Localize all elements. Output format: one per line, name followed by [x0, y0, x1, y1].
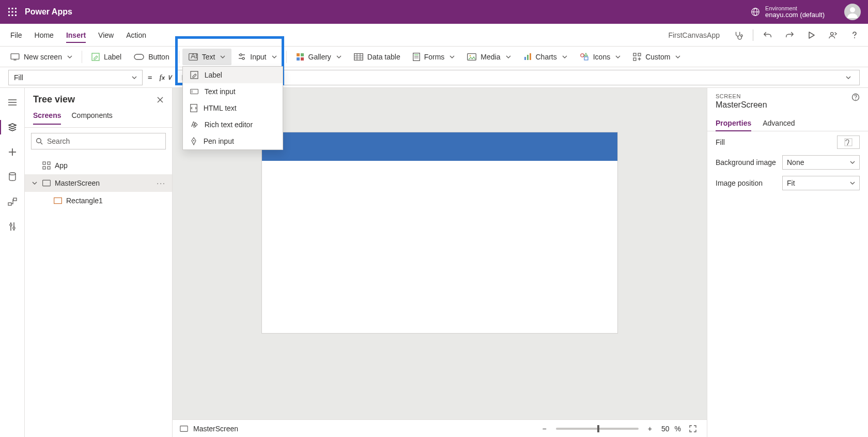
search-icon: [36, 138, 43, 145]
zoom-in-button[interactable]: +: [644, 423, 656, 435]
text-input-icon: [190, 88, 198, 95]
tree-item-masterscreen[interactable]: MasterScreen ···: [25, 174, 172, 192]
separator: [753, 29, 753, 41]
insert-button-text: Button: [148, 53, 169, 61]
dropdown-item-rich-text[interactable]: A Rich text editor: [183, 116, 283, 133]
undo-button[interactable]: [758, 26, 777, 44]
app-launcher-button[interactable]: [0, 0, 25, 24]
status-bar: MasterScreen − + 50 %: [173, 419, 707, 437]
insert-ribbon: New screen Label Button Abc Text Input G…: [0, 47, 868, 67]
insert-text-dropdown[interactable]: Abc Text: [182, 49, 232, 65]
chevron-down-icon: [675, 54, 680, 59]
svg-point-12: [850, 7, 855, 12]
menu-home[interactable]: Home: [28, 24, 60, 46]
tree-search-input[interactable]: Search: [31, 133, 166, 149]
rail-tree-view[interactable]: [2, 117, 23, 138]
expand-icon: [689, 425, 696, 432]
rich-text-icon: A: [190, 120, 198, 129]
menu-file[interactable]: File: [4, 24, 28, 46]
svg-point-65: [10, 224, 12, 226]
prop-tab-properties[interactable]: Properties: [716, 116, 751, 131]
insert-datatable-button[interactable]: Data table: [348, 49, 407, 65]
prop-imgpos-select[interactable]: Fit: [782, 176, 860, 190]
dropdown-item-text-input[interactable]: Text input: [183, 83, 283, 100]
svg-rect-27: [301, 53, 304, 56]
prop-imgpos-label: Image position: [716, 179, 763, 187]
canvas-rectangle1[interactable]: [262, 132, 617, 161]
design-canvas[interactable]: [261, 132, 618, 334]
prop-bgimage-select[interactable]: None: [782, 155, 860, 170]
menu-view[interactable]: View: [92, 24, 120, 46]
rail-advanced-tools[interactable]: [2, 216, 23, 237]
prop-fill-color-picker[interactable]: [837, 135, 860, 149]
insert-icons-dropdown[interactable]: Icons: [574, 49, 627, 65]
color-swatch-icon: [844, 138, 853, 146]
play-icon: [807, 31, 815, 39]
prop-tab-advanced[interactable]: Advanced: [763, 116, 795, 131]
share-button[interactable]: [824, 26, 842, 44]
dropdown-item-html-text[interactable]: HTML text: [183, 100, 283, 116]
help-button[interactable]: [845, 26, 864, 44]
insert-input-dropdown[interactable]: Input: [231, 49, 283, 65]
button-icon: [134, 53, 144, 61]
svg-point-66: [13, 227, 15, 229]
close-icon: [157, 96, 164, 103]
database-icon: [8, 172, 17, 182]
dropdown-item-label[interactable]: Label: [183, 67, 283, 83]
tree-view-close[interactable]: [157, 96, 164, 103]
app-name[interactable]: FirstCanvasApp: [662, 31, 726, 39]
prop-fill-label: Fill: [716, 138, 725, 146]
text-dropdown-menu: Label Text input HTML text A Rich text e…: [182, 66, 283, 150]
chevron-down-icon: [850, 180, 855, 186]
insert-gallery-label: Gallery: [308, 53, 331, 61]
user-avatar[interactable]: [844, 4, 861, 20]
svg-rect-19: [134, 54, 144, 59]
zoom-value: 50: [661, 425, 670, 433]
insert-gallery-dropdown[interactable]: Gallery: [290, 49, 348, 65]
tree-tab-components[interactable]: Components: [71, 107, 112, 124]
insert-custom-dropdown[interactable]: Custom: [627, 49, 687, 65]
environment-picker[interactable]: Environment enayu.com (default): [751, 5, 833, 19]
insert-button-button[interactable]: Button: [128, 49, 175, 65]
menu-tab-row: File Home Insert View Action FirstCanvas…: [0, 24, 868, 47]
redo-button[interactable]: [780, 26, 799, 44]
svg-rect-5: [15, 11, 17, 13]
insert-charts-label: Charts: [536, 53, 557, 61]
dropdown-item-pen-input[interactable]: Pen input: [183, 133, 283, 149]
menu-insert[interactable]: Insert: [60, 24, 92, 46]
rail-hamburger[interactable]: [2, 92, 23, 113]
insert-media-dropdown[interactable]: Media: [461, 49, 517, 65]
svg-point-40: [470, 55, 471, 56]
rail-media[interactable]: [2, 191, 23, 212]
tree-item-app[interactable]: App: [25, 157, 172, 174]
insert-label-button[interactable]: Label: [85, 49, 128, 65]
insert-charts-dropdown[interactable]: Charts: [517, 49, 574, 65]
layers-icon: [8, 123, 17, 132]
formula-expand[interactable]: [843, 75, 854, 80]
app-checker-button[interactable]: [729, 26, 748, 44]
tree-tab-screens[interactable]: Screens: [33, 107, 61, 125]
menu-action[interactable]: Action: [120, 24, 152, 46]
tree-item-more[interactable]: ···: [157, 179, 166, 187]
pane-help-button[interactable]: [851, 93, 860, 101]
rail-data[interactable]: [2, 167, 23, 187]
new-screen-button[interactable]: New screen: [4, 49, 79, 65]
fit-to-window-button[interactable]: [686, 423, 700, 434]
insert-input-label: Input: [250, 53, 266, 61]
svg-text:Abc: Abc: [191, 53, 198, 60]
svg-rect-71: [43, 162, 45, 164]
tree-view-title: Tree view: [33, 94, 75, 105]
svg-rect-4: [12, 11, 13, 13]
redo-icon: [785, 31, 794, 40]
preview-button[interactable]: [802, 26, 820, 44]
new-screen-label: New screen: [24, 53, 62, 61]
svg-rect-46: [633, 53, 636, 56]
zoom-out-button[interactable]: −: [538, 423, 551, 435]
zoom-slider[interactable]: [556, 428, 639, 430]
formula-bar: Fill = fx ∨ RGBA( 255, 255, 255, 1 ): [0, 67, 868, 88]
tree-item-rectangle1[interactable]: Rectangle1: [25, 192, 172, 209]
insert-forms-dropdown[interactable]: Forms: [407, 49, 461, 65]
rail-insert[interactable]: [2, 142, 23, 162]
property-selector[interactable]: Fill: [8, 70, 143, 85]
svg-point-44: [581, 53, 584, 56]
